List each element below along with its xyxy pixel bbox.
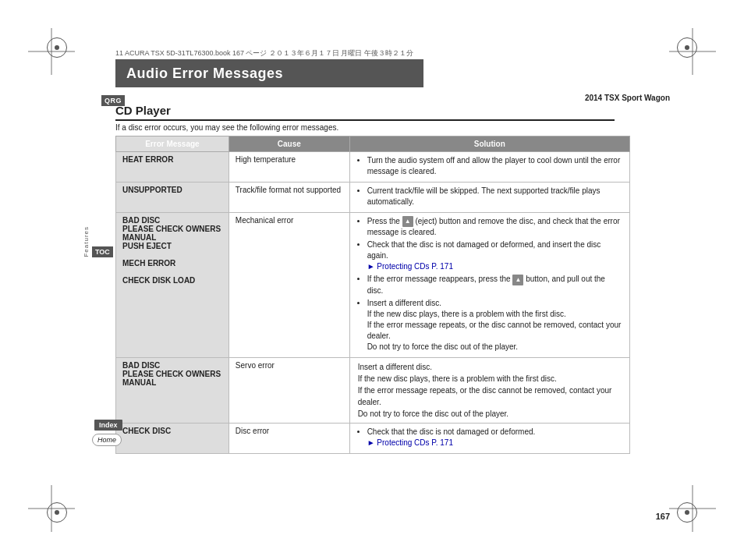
file-info-bar: 11 ACURA TSX 5D-31TL76300.book 167 ページ ２… <box>115 48 413 58</box>
error-cell-disc: CHECK DISC <box>116 423 229 453</box>
cause-cell-mechanical: Mechanical error <box>229 213 349 358</box>
crosshair-bottom-right <box>669 485 716 532</box>
features-label: Features <box>83 226 90 257</box>
table-row: BAD DISC PLEASE CHECK OWNERS MANUAL PUSH… <box>116 213 630 358</box>
table-row: BAD DISC PLEASE CHECK OWNERS MANUAL Serv… <box>116 357 630 423</box>
cause-cell-disc: Disc error <box>229 423 349 453</box>
home-button[interactable]: Home <box>92 434 122 446</box>
solution-cell-heat: Turn the audio system off and allow the … <box>349 152 629 183</box>
model-label: 2014 TSX Sport Wagon <box>585 94 670 102</box>
header-band: Audio Error Messages <box>115 59 423 87</box>
error-cell-heat: HEAT ERROR <box>116 152 229 183</box>
page-number: 167 <box>656 512 670 521</box>
crosshair-bottom-left <box>28 485 75 532</box>
error-cell-servo: BAD DISC PLEASE CHECK OWNERS MANUAL <box>116 357 229 423</box>
eject-icon-2: ▲ <box>512 275 523 285</box>
table-header-solution: Solution <box>349 136 629 152</box>
solution-cell-unsupported: Current track/file will be skipped. The … <box>349 183 629 213</box>
section-title: CD Player <box>115 104 615 121</box>
toc-tab[interactable]: TOC <box>92 246 113 257</box>
index-button[interactable]: Index <box>94 420 122 431</box>
table-row: CHECK DISC Disc error Check that the dis… <box>116 423 630 453</box>
eject-icon: ▲ <box>402 216 413 227</box>
cause-cell-unsupported: Track/file format not supported <box>229 183 349 213</box>
solution-cell-servo: Insert a different disc. If the new disc… <box>349 357 629 423</box>
error-cell-unsupported: UNSUPPORTED <box>116 183 229 213</box>
table-row: HEAT ERROR High temperature Turn the aud… <box>116 152 630 183</box>
solution-cell-disc: Check that the disc is not damaged or de… <box>349 423 629 453</box>
solution-cell-mechanical: Press the ▲ (eject) button and remove th… <box>349 213 629 358</box>
crosshair-top-right <box>669 28 716 75</box>
table-header-cause: Cause <box>229 136 349 152</box>
intro-text: If a disc error occurs, you may see the … <box>115 123 338 132</box>
cause-cell-servo: Servo error <box>229 357 349 423</box>
crosshair-top-left <box>28 28 75 75</box>
table-row: UNSUPPORTED Track/file format not suppor… <box>116 183 630 213</box>
protecting-cds-link-1[interactable]: ► Protecting CDs P. 171 <box>367 262 453 271</box>
table-header-error: Error Message <box>116 136 229 152</box>
protecting-cds-link-2[interactable]: ► Protecting CDs P. 171 <box>367 438 453 447</box>
error-cell-mechanical: BAD DISC PLEASE CHECK OWNERS MANUAL PUSH… <box>116 213 229 358</box>
error-table: Error Message Cause Solution HEAT ERROR … <box>115 136 630 454</box>
cause-cell-heat: High temperature <box>229 152 349 183</box>
header-title: Audio Error Messages <box>126 66 283 82</box>
